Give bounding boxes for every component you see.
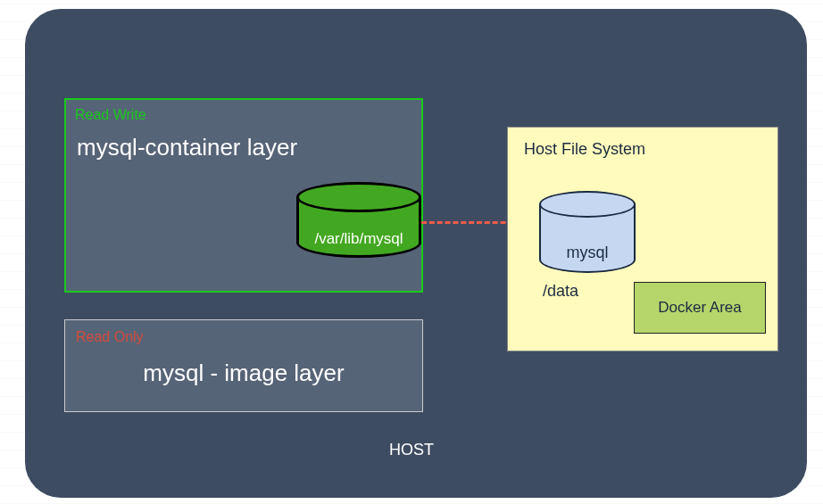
- docker-area-box: Docker Area: [634, 282, 766, 334]
- hfs-title: Host File System: [524, 140, 645, 159]
- host-volume-label: mysql: [539, 244, 636, 262]
- ro-layer-title: Read Only: [76, 329, 144, 345]
- read-only-layer: Read Only mysql - image layer: [64, 319, 423, 412]
- rw-layer-main-text: mysql-container layer: [77, 134, 297, 161]
- ro-layer-main-text: mysql - image layer: [65, 359, 422, 387]
- host-data-path-label: /data: [543, 282, 578, 301]
- host-label: HOST: [0, 441, 823, 459]
- container-mysql-volume-cylinder: [296, 182, 421, 271]
- docker-area-label: Docker Area: [658, 299, 742, 317]
- container-volume-path-label: /var/lib/mysql: [303, 230, 414, 248]
- rw-layer-title: Read Write: [75, 107, 146, 123]
